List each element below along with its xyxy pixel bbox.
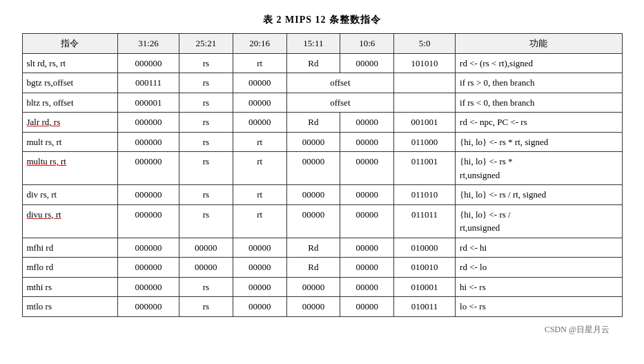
cell-25-21: rs (179, 73, 233, 93)
cell-merged-15-6: offset (286, 73, 394, 93)
cell-instruction: bltz rs, offset (22, 93, 118, 113)
table-row: mthi rs000000rs000000000000000010001hi <… (22, 277, 622, 297)
cell-5-0: 011010 (394, 185, 456, 205)
cell-31-26: 000000 (118, 113, 179, 133)
col-header-31-26: 31:26 (118, 34, 179, 54)
cell-31-26: 000000 (118, 53, 179, 73)
cell-func: if rs < 0, then branch (456, 93, 622, 113)
cell-20-16: rt (233, 53, 286, 73)
cell-15-11: 00000 (286, 185, 340, 205)
table-row: Jalr rd, rs000000rs00000Rd00000001001rd … (22, 113, 622, 133)
table-row: slt rd, rs, rt000000rsrtRd00000101010rd … (22, 53, 622, 73)
cell-20-16: 00000 (233, 277, 286, 297)
cell-instruction: mfhi rd (22, 238, 118, 258)
cell-10-6: 00000 (340, 238, 394, 258)
cell-func: rd <- lo (456, 258, 622, 278)
cell-func: {hi, lo} <- rs / rt, signed (456, 185, 622, 205)
cell-instruction: divu rs, rt (22, 204, 118, 238)
cell-instruction: mtlo rs (22, 297, 118, 317)
cell-10-6: 00000 (340, 132, 394, 152)
cell-15-11: Rd (286, 53, 340, 73)
cell-20-16: 00000 (233, 238, 286, 258)
cell-20-16: 00000 (233, 297, 286, 317)
cell-31-26: 000001 (118, 93, 179, 113)
cell-31-26: 000000 (118, 204, 179, 238)
table-row: divu rs, rt000000rsrt0000000000011011{hi… (22, 204, 622, 238)
cell-20-16: rt (233, 185, 286, 205)
cell-31-26: 000000 (118, 258, 179, 278)
instruction-table: 指令 31:26 25:21 20:16 15:11 10:6 5:0 功能 s… (22, 33, 623, 317)
cell-25-21: rs (179, 297, 233, 317)
col-header-15-11: 15:11 (286, 34, 340, 54)
footer-text: CSDN @日星月云 (21, 324, 623, 336)
table-row: bltz rs, offset000001rs00000offsetif rs … (22, 93, 622, 113)
cell-20-16: 00000 (233, 93, 286, 113)
cell-25-21: rs (179, 152, 233, 185)
cell-instruction: Jalr rd, rs (22, 113, 118, 133)
cell-5-0: 011000 (394, 132, 456, 152)
cell-31-26: 000000 (118, 277, 179, 297)
col-header-instruction: 指令 (22, 34, 118, 54)
cell-25-21: rs (179, 53, 233, 73)
cell-25-21: rs (179, 204, 233, 238)
cell-10-6: 00000 (340, 152, 394, 185)
cell-25-21: rs (179, 132, 233, 152)
cell-15-11: 00000 (286, 204, 340, 238)
cell-31-26: 000000 (118, 297, 179, 317)
cell-15-11: Rd (286, 113, 340, 133)
cell-func: rd <- hi (456, 238, 622, 258)
cell-31-26: 000000 (118, 238, 179, 258)
cell-20-16: rt (233, 132, 286, 152)
table-header-row: 指令 31:26 25:21 20:16 15:11 10:6 5:0 功能 (22, 34, 622, 54)
cell-instruction: bgtz rs,offset (22, 73, 118, 93)
table-row: mult rs, rt000000rsrt0000000000011000{hi… (22, 132, 622, 152)
cell-10-6: 00000 (340, 53, 394, 73)
cell-5-0 (394, 93, 456, 113)
cell-20-16: rt (233, 152, 286, 185)
cell-5-0 (394, 73, 456, 93)
cell-25-21: rs (179, 277, 233, 297)
cell-15-11: 00000 (286, 132, 340, 152)
cell-10-6: 00000 (340, 258, 394, 278)
cell-5-0: 011011 (394, 204, 456, 238)
cell-15-11: 00000 (286, 277, 340, 297)
cell-31-26: 000000 (118, 132, 179, 152)
cell-15-11: Rd (286, 238, 340, 258)
cell-instruction: mult rs, rt (22, 132, 118, 152)
table-row: bgtz rs,offset000111rs00000offsetif rs >… (22, 73, 622, 93)
cell-10-6: 00000 (340, 204, 394, 238)
cell-5-0: 010010 (394, 258, 456, 278)
cell-15-11: 00000 (286, 297, 340, 317)
cell-func: {hi, lo} <- rs * rt, signed (456, 132, 622, 152)
cell-25-21: rs (179, 185, 233, 205)
cell-15-11: Rd (286, 258, 340, 278)
cell-func: {hi, lo} <- rs / rt,unsigned (456, 204, 622, 238)
cell-20-16: 00000 (233, 73, 286, 93)
table-row: mfhi rd0000000000000000Rd00000010000rd <… (22, 238, 622, 258)
col-header-5-0: 5:0 (394, 34, 456, 54)
cell-25-21: rs (179, 93, 233, 113)
cell-20-16: 00000 (233, 258, 286, 278)
cell-31-26: 000111 (118, 73, 179, 93)
cell-31-26: 000000 (118, 152, 179, 185)
cell-5-0: 011001 (394, 152, 456, 185)
cell-5-0: 010011 (394, 297, 456, 317)
cell-instruction: mthi rs (22, 277, 118, 297)
cell-func: {hi, lo} <- rs * rt,unsigned (456, 152, 622, 185)
table-row: mflo rd0000000000000000Rd00000010010rd <… (22, 258, 622, 278)
cell-25-21: 00000 (179, 238, 233, 258)
cell-15-11: 00000 (286, 152, 340, 185)
cell-instruction: multu rs, rt (22, 152, 118, 185)
table-row: div rs, rt000000rsrt0000000000011010{hi,… (22, 185, 622, 205)
cell-func: lo <- rs (456, 297, 622, 317)
col-header-func: 功能 (456, 34, 622, 54)
cell-20-16: 00000 (233, 113, 286, 133)
cell-instruction: slt rd, rs, rt (22, 53, 118, 73)
cell-20-16: rt (233, 204, 286, 238)
cell-merged-15-6: offset (286, 93, 394, 113)
cell-25-21: rs (179, 113, 233, 133)
cell-func: hi <- rs (456, 277, 622, 297)
col-header-25-21: 25:21 (179, 34, 233, 54)
cell-5-0: 010001 (394, 277, 456, 297)
col-header-20-16: 20:16 (233, 34, 286, 54)
